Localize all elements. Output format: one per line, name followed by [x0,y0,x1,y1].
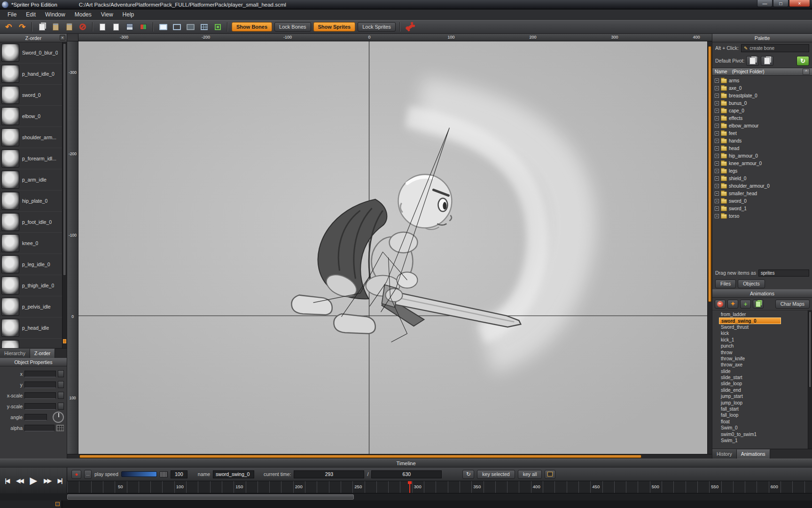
folder-row[interactable]: + hip_armour_0 [712,152,812,159]
y-scale-stepper[interactable] [58,403,64,410]
expander-icon[interactable]: + [715,214,719,218]
maximize-button[interactable]: □ [773,0,789,7]
y-field[interactable] [24,381,56,388]
zorder-list-item[interactable]: p_head_idle [0,318,62,339]
y-stepper[interactable] [58,381,64,388]
zorder-list-item[interactable]: p_foot_idle_0 [0,212,62,233]
folder-row[interactable]: + legs [712,167,812,175]
zorder-list-item[interactable]: p_hand_idle_0 [0,64,62,85]
canvas-viewport[interactable] [78,41,707,454]
tab-zorder[interactable]: Z-order [30,349,55,358]
lock-bones-toggle[interactable]: Lock Bones [274,22,311,32]
tab-history[interactable]: History [712,449,737,459]
menu-item[interactable]: Edit [21,9,40,20]
remove-animation-button[interactable]: − [715,300,726,309]
export-button[interactable] [138,22,149,32]
animations-scrollbar[interactable] [808,310,812,449]
animation-item[interactable]: jump_loop [719,399,807,405]
tab-animations[interactable]: Animations [737,449,770,459]
folder-row[interactable]: + elbow_armour [712,122,812,129]
expander-icon[interactable]: + [715,206,719,211]
keyframe-options-button[interactable] [545,470,555,479]
more-options-button[interactable]: ... [84,470,92,479]
zorder-list-item[interactable]: hip_plate_0 [0,190,62,212]
sort-order-button[interactable]: ^ [803,69,810,75]
x-stepper[interactable] [58,370,64,377]
view-mode-button[interactable] [157,22,169,32]
expander-icon[interactable]: + [715,184,719,188]
folder-row[interactable]: + head [712,144,812,152]
animation-item[interactable]: jump_start [719,393,807,399]
show-bones-toggle[interactable]: Show Bones [232,22,272,32]
play-speed-slider[interactable] [121,471,157,477]
folder-row[interactable]: + sword_0 [712,197,812,205]
new-animation-button[interactable]: + [740,300,751,309]
folder-row[interactable]: + bunus_0 [712,99,812,107]
loop-playback-button[interactable]: ↻ [462,470,474,479]
play-button[interactable]: ▶ [30,475,37,486]
timeline-ruler[interactable]: 50100150200250300350400450500550600 [67,481,812,492]
animation-item[interactable]: fall_loop [719,412,807,418]
alpha-slider[interactable] [24,425,55,431]
folder-row[interactable]: + cape_0 [712,107,812,114]
expander-icon[interactable]: + [715,161,719,166]
zorder-scrollbar-thumb[interactable] [63,43,66,276]
copy-button[interactable] [36,22,47,32]
redo-button[interactable]: ↷ [16,22,28,32]
view-dark-button[interactable] [185,22,196,32]
record-button[interactable]: ● [71,470,81,479]
create-bone-mode-box[interactable]: ✎ create bone [741,44,809,52]
timeline-zoom-handle[interactable] [55,502,60,506]
pivot-preset-2-button[interactable] [761,56,773,66]
open-file-button[interactable] [110,22,122,32]
zorder-scrollbar[interactable] [62,42,67,348]
canvas-horizontal-scrollbar[interactable] [67,454,712,459]
alpha-options-button[interactable] [56,425,64,431]
folder-row[interactable]: + axe_0 [712,84,812,92]
folder-row[interactable]: + arms [712,77,812,84]
expander-icon[interactable]: + [715,139,719,143]
previous-frame-button[interactable]: ◀◀ [16,477,23,484]
lock-sprites-toggle[interactable]: Lock Sprites [358,22,396,32]
expander-icon[interactable]: + [715,199,719,203]
expander-icon[interactable]: + [715,101,719,105]
animation-name-field[interactable]: sword_swing_0 [213,470,254,478]
disable-button[interactable] [77,22,88,32]
zorder-list-item[interactable]: p_leg_idle_0 [0,254,62,275]
next-frame-button[interactable]: ▶▶ [44,477,50,484]
file-tree-header[interactable]: Name (Project Folder) ^ [712,68,812,76]
expander-icon[interactable]: + [715,116,719,120]
total-time-field[interactable]: 630 [371,470,442,478]
zorder-list-item[interactable]: p_pelvis_idle [0,296,62,318]
menu-item[interactable]: Window [40,9,70,20]
undo-button[interactable]: ↶ [3,22,14,32]
animation-item[interactable]: sword_swing_0 [719,318,781,324]
angle-field[interactable] [24,414,47,421]
x-scale-stepper[interactable] [58,392,64,399]
zorder-list-item[interactable]: p_forearm_idl... [0,148,62,169]
new-file-button[interactable] [97,22,108,32]
refresh-palette-button[interactable]: ↻ [796,56,809,66]
play-speed-value-field[interactable]: 100 [171,470,187,478]
char-maps-button[interactable]: Char Maps [775,300,810,309]
animation-item[interactable]: from_ladder [719,311,807,318]
folder-row[interactable]: + effects [712,114,812,122]
canvas-vertical-scrollbar-thumb[interactable] [708,46,711,302]
expander-icon[interactable]: + [715,131,719,135]
expander-icon[interactable]: + [715,86,719,90]
canvas-horizontal-scrollbar-thumb[interactable] [79,455,641,458]
animation-item[interactable]: Sword_thrust [719,324,807,330]
folder-row[interactable]: + breastplate_0 [712,92,812,99]
canvas-vertical-scrollbar[interactable] [707,41,712,454]
animation-item[interactable]: slide_start [719,374,807,381]
paste-to-all-frames-button[interactable] [63,22,75,32]
zorder-list-item[interactable]: p_thigh_idle_0 [0,275,62,296]
paste-button[interactable] [50,22,61,32]
tab-hierarchy[interactable]: Hierarchy [0,349,30,358]
folder-row[interactable]: + torso [712,212,812,220]
expander-icon[interactable]: + [715,154,719,158]
expander-icon[interactable]: + [715,94,719,98]
animation-item[interactable]: kick [719,330,807,336]
x-scale-field[interactable] [24,392,56,399]
timeline-playhead[interactable] [409,481,410,493]
